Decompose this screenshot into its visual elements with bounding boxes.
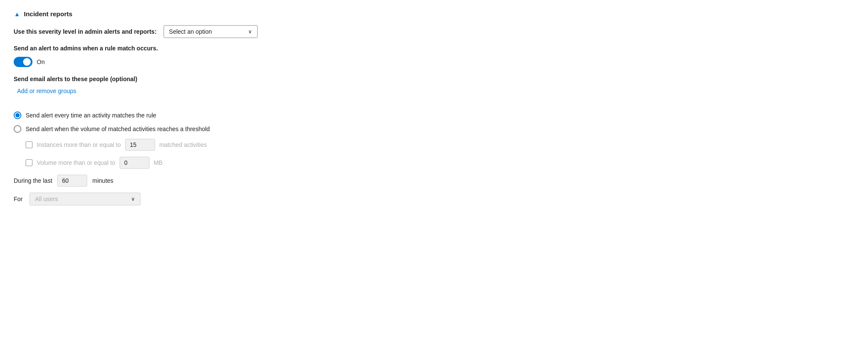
- incident-reports-section: ▲ Incident reports Use this severity lev…: [14, 10, 854, 205]
- radio-label-2: Send alert when the volume of matched ac…: [26, 126, 210, 132]
- during-label: During the last: [14, 177, 52, 184]
- for-label: For: [14, 196, 23, 202]
- volume-row: Volume more than or equal to MB: [26, 157, 854, 169]
- add-remove-groups-link[interactable]: Add or remove groups: [17, 88, 76, 94]
- instances-checkbox[interactable]: [26, 141, 32, 148]
- toggle-row: On: [14, 57, 854, 67]
- volume-label: Volume more than or equal to: [37, 159, 115, 166]
- radio-button-2[interactable]: [14, 125, 21, 133]
- volume-unit: MB: [154, 159, 163, 166]
- for-dropdown[interactable]: All users ∨: [29, 193, 141, 205]
- for-dropdown-text: All users: [35, 196, 58, 202]
- volume-checkbox[interactable]: [26, 159, 32, 166]
- radio-option-2[interactable]: Send alert when the volume of matched ac…: [14, 125, 854, 133]
- severity-dropdown[interactable]: Select an option ∨: [164, 25, 258, 38]
- severity-row: Use this severity level in admin alerts …: [14, 25, 854, 38]
- volume-input[interactable]: [120, 157, 150, 169]
- section-title: Incident reports: [24, 10, 72, 18]
- instances-row: Instances more than or equal to matched …: [26, 139, 854, 151]
- threshold-section: Instances more than or equal to matched …: [26, 139, 854, 169]
- during-row: During the last minutes: [14, 175, 854, 187]
- instances-label: Instances more than or equal to: [37, 141, 121, 148]
- spacer: [14, 105, 854, 111]
- instances-unit: matched activities: [159, 141, 207, 148]
- toggle-state-label: On: [37, 59, 45, 65]
- radio-button-1[interactable]: [14, 111, 21, 119]
- severity-label: Use this severity level in admin alerts …: [14, 28, 157, 35]
- radio-option-1[interactable]: Send alert every time an activity matche…: [14, 111, 854, 119]
- instances-input[interactable]: [125, 139, 155, 151]
- section-header: ▲ Incident reports: [14, 10, 854, 18]
- toggle-track: [14, 57, 32, 67]
- severity-dropdown-text: Select an option: [169, 28, 212, 35]
- during-input[interactable]: [57, 175, 87, 187]
- chevron-down-icon: ∨: [248, 29, 252, 35]
- radio-label-1: Send alert every time an activity matche…: [26, 112, 156, 119]
- during-unit: minutes: [92, 177, 113, 184]
- alert-toggle[interactable]: [14, 57, 32, 67]
- for-row: For All users ∨: [14, 193, 854, 205]
- chevron-up-icon: ▲: [14, 11, 21, 18]
- for-chevron-down-icon: ∨: [131, 196, 135, 202]
- alert-admins-label: Send an alert to admins when a rule matc…: [14, 45, 854, 52]
- toggle-thumb: [23, 58, 31, 66]
- email-alerts-label: Send email alerts to these people (optio…: [14, 76, 854, 82]
